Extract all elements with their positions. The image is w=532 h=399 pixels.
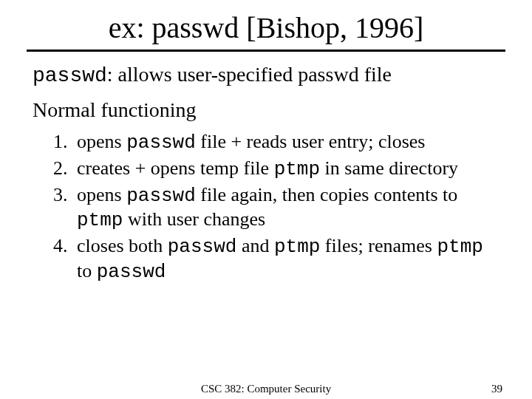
slide-title: ex: passwd [Bishop, 1996]: [0, 0, 532, 50]
ptmp-code: ptmp: [274, 158, 320, 180]
ptmp-code: ptmp: [274, 236, 320, 258]
passwd-code: passwd: [168, 236, 237, 258]
text: with user changes: [123, 208, 265, 230]
intro-text: : allows user-specified passwd file: [107, 63, 392, 86]
text: file again, then copies contents to: [196, 184, 458, 205]
passwd-code: passwd: [126, 185, 196, 207]
text: creates + opens temp file: [77, 157, 274, 179]
passwd-code: passwd: [126, 132, 196, 154]
text: and: [236, 235, 274, 256]
slide: ex: passwd [Bishop, 1996] passwd: allows…: [0, 0, 532, 399]
passwd-code: passwd: [33, 64, 107, 87]
list-item: opens passwd file + reads user entry; cl…: [72, 130, 499, 155]
text: in same directory: [320, 157, 458, 179]
list-item: opens passwd file again, then copies con…: [72, 183, 499, 233]
footer-course: CSC 382: Computer Security: [0, 383, 532, 395]
text: files; renames: [320, 235, 437, 256]
text: opens: [77, 184, 126, 205]
intro-line: passwd: allows user-specified passwd fil…: [33, 62, 499, 89]
list-item: creates + opens temp file ptmp in same d…: [72, 157, 499, 182]
list-item: closes both passwd and ptmp files; renam…: [72, 234, 499, 284]
page-number: 39: [491, 383, 502, 395]
ptmp-code: ptmp: [437, 236, 482, 258]
text: to: [77, 260, 97, 282]
text: opens: [77, 131, 126, 152]
steps-list: opens passwd file + reads user entry; cl…: [72, 130, 499, 284]
text: file + reads user entry; closes: [196, 131, 426, 152]
ptmp-code: ptmp: [77, 209, 123, 231]
title-rule: [27, 50, 505, 52]
slide-body: passwd: allows user-specified passwd fil…: [0, 62, 532, 284]
text: closes both: [77, 235, 168, 256]
passwd-code: passwd: [97, 261, 166, 283]
subheading: Normal functioning: [33, 98, 499, 123]
